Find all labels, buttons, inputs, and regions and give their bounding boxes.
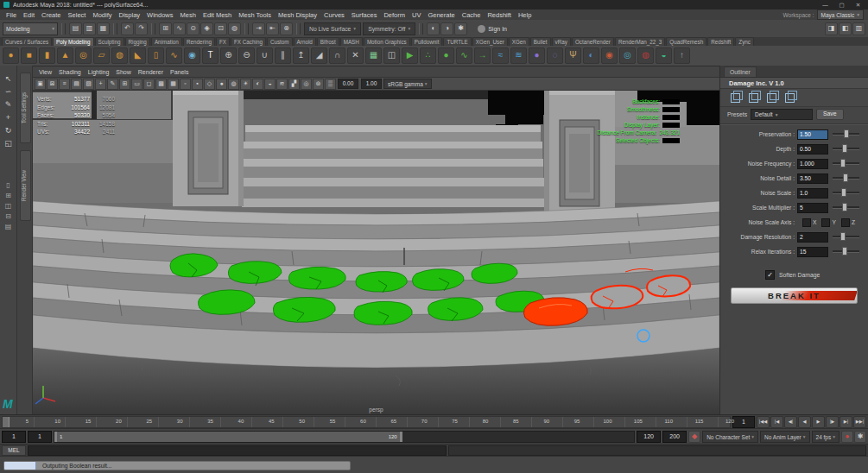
side-tab-tool-settings[interactable]: Tool Settings bbox=[20, 73, 31, 143]
shelf-tab-xgen-user[interactable]: XGen_User bbox=[472, 37, 508, 46]
mash-network-icon[interactable]: ▶ bbox=[402, 47, 418, 64]
bevel-icon[interactable]: ◢ bbox=[311, 47, 327, 64]
layout-four-pane-icon[interactable]: ⊞ bbox=[2, 191, 16, 200]
play-backwards-icon[interactable]: ◀ bbox=[798, 416, 811, 428]
param-slider-handle[interactable] bbox=[841, 188, 846, 197]
select-tool-icon[interactable]: ↖ bbox=[2, 73, 16, 85]
grease-pencil-icon[interactable]: ✎ bbox=[107, 79, 118, 90]
channel-box-toggle-icon[interactable]: ▥ bbox=[852, 22, 865, 35]
undo-icon[interactable]: ↶ bbox=[121, 22, 134, 35]
axis-checkbox[interactable] bbox=[821, 218, 830, 227]
shelf-tab-fx[interactable]: FX bbox=[216, 37, 230, 46]
xgen-hair-icon[interactable]: Ψ bbox=[565, 47, 581, 64]
motion-blur-toggle-icon[interactable]: ≋ bbox=[276, 79, 288, 90]
param-slider-handle[interactable] bbox=[843, 173, 848, 182]
view-transform-dropdown[interactable]: sRGB gamma bbox=[383, 79, 432, 89]
playback-start-field[interactable]: 1 bbox=[28, 431, 52, 443]
mash-dynamics-icon[interactable]: ● bbox=[438, 47, 454, 64]
shelf-tab-renderman-22-3[interactable]: RenderMan_22_3 bbox=[615, 37, 665, 46]
anim-layer-dropdown[interactable]: No Anim Layer bbox=[760, 431, 809, 443]
menu-mesh[interactable]: Mesh bbox=[177, 11, 200, 19]
character-set-dropdown[interactable]: No Character Set bbox=[702, 431, 758, 443]
menu-uv[interactable]: UV bbox=[409, 11, 424, 19]
command-language-toggle[interactable]: MEL bbox=[2, 445, 26, 456]
bullet-soft-body-icon[interactable]: ◌ bbox=[547, 47, 563, 64]
shelf-tab-zync[interactable]: Zync bbox=[735, 37, 754, 46]
param-slider-track[interactable] bbox=[833, 206, 859, 209]
field-chart-icon[interactable]: ▦ bbox=[168, 79, 179, 90]
bifrost-aero-icon[interactable]: ≋ bbox=[510, 47, 527, 64]
make-live-icon[interactable]: ◍ bbox=[228, 22, 241, 35]
poly-sphere-icon[interactable]: ● bbox=[3, 47, 19, 64]
use-all-lights-icon[interactable]: ☀ bbox=[240, 79, 251, 90]
menu-generate[interactable]: Generate bbox=[424, 11, 458, 19]
viewport-menu-panels[interactable]: Panels bbox=[167, 69, 192, 75]
minimize-button[interactable]: — bbox=[819, 2, 832, 8]
viewport-menu-renderer[interactable]: Renderer bbox=[135, 69, 167, 75]
bifrost-liquid-icon[interactable]: ≈ bbox=[492, 47, 509, 64]
layout-hypershade-icon[interactable]: ▤ bbox=[2, 222, 16, 231]
viewport-menu-show[interactable]: Show bbox=[112, 69, 135, 75]
param-slider-track[interactable] bbox=[833, 250, 859, 253]
break-it-button[interactable]: BREAK IT bbox=[731, 287, 858, 304]
extrude-icon[interactable]: ↥ bbox=[293, 47, 309, 64]
param-value-field[interactable]: 1.0 bbox=[797, 188, 828, 199]
go-to-end-icon[interactable]: ▶▶| bbox=[853, 416, 866, 428]
construction-history-icon[interactable]: ⊗ bbox=[280, 22, 293, 35]
menu-file[interactable]: File bbox=[3, 11, 20, 19]
maximize-button[interactable]: ▢ bbox=[835, 2, 848, 9]
snap-to-point-icon[interactable]: ⊙ bbox=[187, 22, 200, 35]
render-current-frame-icon[interactable]: ◐ bbox=[427, 22, 440, 35]
step-back-key-icon[interactable]: ◀| bbox=[784, 416, 797, 428]
animation-end-field[interactable]: 200 bbox=[662, 431, 687, 443]
axis-checkbox[interactable] bbox=[802, 218, 811, 227]
axis-checkbox[interactable] bbox=[841, 218, 850, 227]
sign-in-button[interactable]: Sign In bbox=[478, 25, 507, 33]
param-value-field[interactable]: 2 bbox=[797, 232, 828, 243]
redo-icon[interactable]: ↷ bbox=[135, 22, 148, 35]
go-to-start-icon[interactable]: |◀◀ bbox=[757, 416, 770, 428]
menu-create[interactable]: Create bbox=[38, 11, 65, 19]
param-slider-track[interactable] bbox=[833, 236, 859, 238]
grid-toggle-icon[interactable]: ⊞ bbox=[119, 79, 130, 90]
gate-mask-icon[interactable]: ▩ bbox=[155, 79, 167, 90]
poly-pyramid-icon[interactable]: ◣ bbox=[130, 47, 146, 64]
viewport-canvas[interactable]: Verts:513777060Edges:10156412081Faces:50… bbox=[33, 91, 719, 415]
poly-cylinder-icon[interactable]: ▮ bbox=[39, 47, 55, 64]
param-slider-track[interactable] bbox=[833, 133, 859, 136]
param-value-field[interactable]: 3.50 bbox=[797, 173, 828, 184]
paint-select-tool-icon[interactable]: ✎ bbox=[2, 98, 16, 110]
boolean-union-icon[interactable]: ⊕ bbox=[220, 47, 237, 64]
mirror-icon[interactable]: ◫ bbox=[383, 47, 400, 64]
separate-icon[interactable]: ∥ bbox=[275, 47, 291, 64]
image-plane-icon[interactable]: ▨ bbox=[83, 79, 94, 90]
safe-title-icon[interactable]: ▪ bbox=[192, 79, 203, 90]
rotate-tool-icon[interactable]: ↻ bbox=[2, 124, 16, 136]
tab-outliner[interactable]: Outliner bbox=[724, 66, 757, 77]
step-forward-frame-icon[interactable]: ▶| bbox=[839, 416, 852, 428]
mash-curve-icon[interactable]: ∿ bbox=[456, 47, 472, 64]
pan-zoom-2d-icon[interactable]: + bbox=[95, 79, 106, 90]
shelf-tab-poly-modeling[interactable]: Poly Modeling bbox=[53, 37, 94, 46]
menu-edit[interactable]: Edit bbox=[20, 11, 38, 19]
poly-pipe-icon[interactable]: ▯ bbox=[148, 47, 164, 64]
vray-render-icon[interactable]: ◎ bbox=[619, 47, 636, 64]
axis-toggle-x[interactable]: X bbox=[802, 218, 816, 227]
viewport-menu-shading[interactable]: Shading bbox=[55, 69, 85, 75]
param-slider-handle[interactable] bbox=[840, 232, 846, 241]
command-input[interactable] bbox=[28, 445, 447, 456]
input-connections-icon[interactable]: ⇥ bbox=[252, 22, 265, 35]
param-slider-handle[interactable] bbox=[844, 129, 849, 138]
axis-toggle-y[interactable]: Y bbox=[821, 218, 835, 227]
exposure-field[interactable]: 0.00 bbox=[338, 79, 358, 89]
shelf-tab-pulldownit[interactable]: Pulldownit bbox=[411, 37, 443, 46]
auto-keyframe-icon[interactable]: ● bbox=[841, 431, 853, 443]
animation-preferences-icon[interactable]: ✱ bbox=[854, 431, 866, 443]
step-forward-key-icon[interactable]: |▶ bbox=[826, 416, 839, 428]
menu-deform[interactable]: Deform bbox=[380, 11, 409, 19]
menu-curves[interactable]: Curves bbox=[320, 11, 348, 19]
new-scene-icon[interactable]: ▤ bbox=[69, 22, 82, 35]
type-tool-icon[interactable]: T bbox=[202, 47, 219, 64]
film-gate-icon[interactable]: ▭ bbox=[131, 79, 143, 90]
param-value-field[interactable]: 15 bbox=[797, 247, 828, 257]
